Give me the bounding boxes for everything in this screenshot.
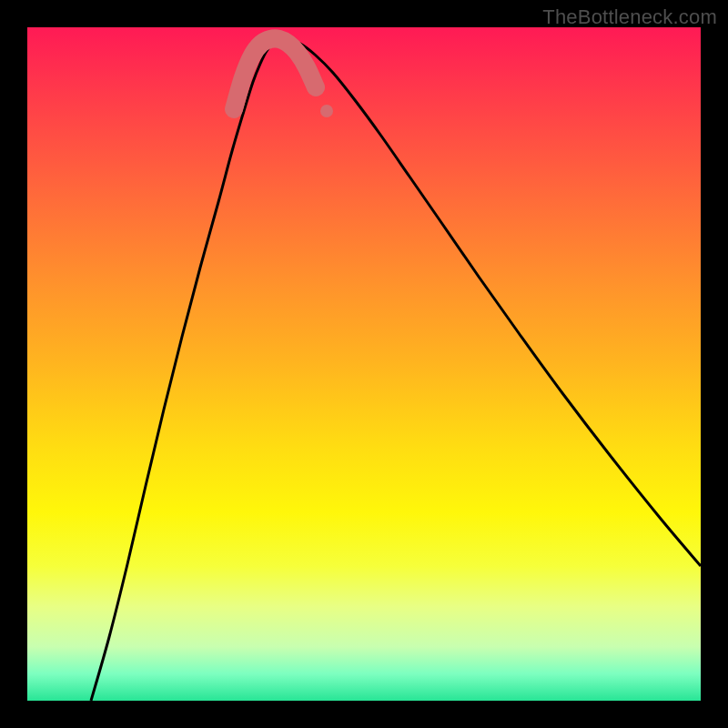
- watermark-text: TheBottleneck.com: [542, 5, 717, 29]
- bottleneck-curve: [91, 40, 701, 702]
- marker-band: [234, 38, 316, 109]
- chart-frame: TheBottleneck.com: [0, 0, 728, 728]
- curve-svg: [27, 27, 701, 701]
- marker-dot-right: [320, 105, 333, 117]
- plot-area: [27, 27, 701, 701]
